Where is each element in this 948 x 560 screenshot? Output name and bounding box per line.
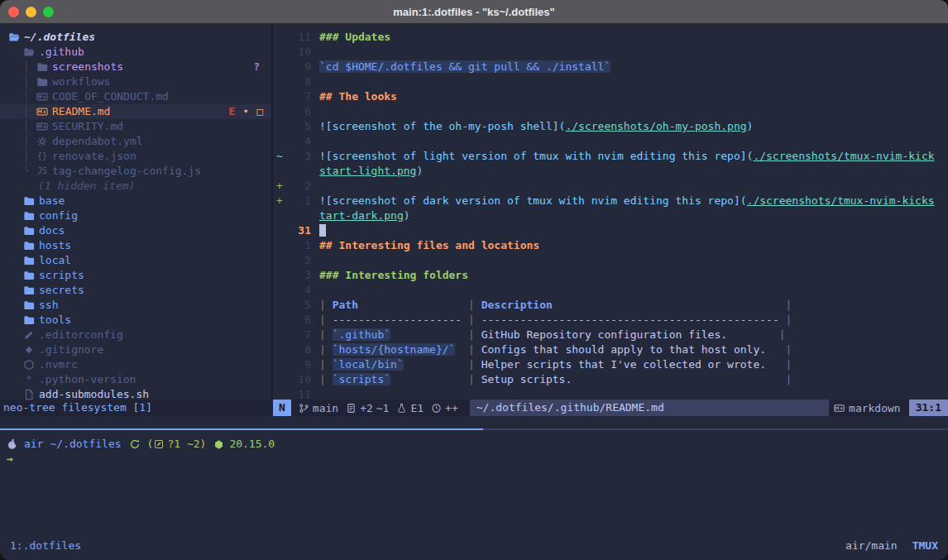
editor-line[interactable]: 6 <box>273 104 948 119</box>
gitsign-added: + <box>273 194 288 208</box>
editor-line[interactable]: 31 <box>273 223 948 238</box>
gear-icon <box>36 136 48 147</box>
tree-item-label: dependabot.yml <box>52 134 143 149</box>
tree-item-label: renovate.json <box>52 149 136 164</box>
editor-line[interactable]: 11### Updates <box>273 30 948 45</box>
editor-line[interactable]: 9| `local/bin` | Helper scripts that I'v… <box>273 357 948 372</box>
editor-line[interactable]: +2 <box>273 179 948 194</box>
tree-item-label: tools <box>39 313 71 328</box>
editor-buffer[interactable]: 11### Updates 10 9`cd $HOME/.dotfiles &&… <box>273 24 948 400</box>
editor-line[interactable]: 9`cd $HOME/.dotfiles && git pull && ./in… <box>273 60 948 74</box>
gitsign-column <box>273 74 288 89</box>
line-number: 4 <box>288 283 311 298</box>
editor-line[interactable]: 1## Interesting files and locations <box>273 238 948 253</box>
line-number: 1 <box>288 194 311 208</box>
folder-icon <box>23 285 35 296</box>
editor-line[interactable]: 8 <box>273 74 948 89</box>
tree-item-secrets[interactable]: secrets <box>0 283 271 298</box>
tree-item--.dotfiles[interactable]: ~/.dotfiles <box>0 30 271 45</box>
tree-item-local[interactable]: local <box>0 253 271 268</box>
tree-item--1-hidden-item-[interactable]: (1 hidden item) <box>0 179 271 194</box>
line-text <box>319 223 326 238</box>
tree-item-label: scripts <box>39 268 84 283</box>
tree-item-tag-changelog-config.js[interactable]: └JStag-changelog-config.js <box>0 164 271 179</box>
folder-icon <box>23 225 35 237</box>
tree-item-screenshots[interactable]: │screenshots? <box>0 60 271 74</box>
editor-line[interactable]: 7| `.github` | GitHub Repository configu… <box>273 328 948 342</box>
tree-item-.editorconfig[interactable]: .editorconfig <box>0 328 271 342</box>
cursor-position: 31:1 <box>909 400 948 416</box>
gitsign-column <box>273 60 288 74</box>
folder-icon <box>36 61 48 73</box>
gitsign-column <box>273 342 288 357</box>
tree-item-label: CODE_OF_CONDUCT.md <box>52 89 169 104</box>
editor-line[interactable]: 7## The looks <box>273 89 948 104</box>
tree-item-scripts[interactable]: scripts <box>0 268 271 283</box>
tree-item-label: .gitignore <box>39 342 103 357</box>
gitsign-column <box>273 387 288 400</box>
prompt-line: air ~/.dotfiles ( ?1 ~2 ) 20.15.0 <box>7 437 948 452</box>
tree-item-readme.md[interactable]: │README.mdE•□ <box>0 104 271 119</box>
editor-line[interactable]: start-light.png) <box>273 164 948 179</box>
tree-item-.nvmrc[interactable]: .nvmrc <box>0 357 271 372</box>
editor-line[interactable]: 8| `hosts/{hostname}/` | Configs that sh… <box>273 342 948 357</box>
editor-line[interactable]: tart-dark.png) <box>273 208 948 223</box>
tree-item-hosts[interactable]: hosts <box>0 238 271 253</box>
line-text: ![screenshot of the oh-my-posh shell](./… <box>319 119 753 134</box>
editor-line[interactable]: 10| `scripts` | Setup scripts. | <box>273 372 948 387</box>
tree-item-workflows[interactable]: │workflows <box>0 74 271 89</box>
line-number: 1 <box>288 238 311 253</box>
git-status-segment: ( ?1 ~2 ) <box>147 437 207 452</box>
tree-item-.github[interactable]: .github <box>0 45 271 60</box>
gitsign-column <box>273 134 288 149</box>
editor-line[interactable]: ~3![screenshot of light version of tmux … <box>273 149 948 164</box>
tree-item-base[interactable]: base <box>0 194 271 208</box>
tree-item-ssh[interactable]: ssh <box>0 298 271 313</box>
shell-pane[interactable]: air ~/.dotfiles ( ?1 ~2 ) 20.15.0 → <box>0 430 948 467</box>
git-untracked-badge: ? <box>253 60 271 74</box>
traffic-lights <box>8 0 54 23</box>
tree-item-add-submodules.sh[interactable]: add-submodules.sh <box>0 387 271 402</box>
close-button[interactable] <box>8 7 19 17</box>
tree-item-security.md[interactable]: │SECURITY.md <box>0 119 271 134</box>
line-number: 10 <box>288 45 311 60</box>
line-text: | `.github` | GitHub Repository configur… <box>319 328 786 342</box>
indent-guide: └ <box>23 164 36 179</box>
gitsign-column <box>273 298 288 313</box>
tree-item-code-of-conduct.md[interactable]: │CODE_OF_CONDUCT.md <box>0 89 271 104</box>
editor-line[interactable]: 5| Path | Description | <box>273 298 948 313</box>
tree-item-renovate.json[interactable]: │{}renovate.json <box>0 149 271 164</box>
tree-item-label: README.md <box>52 104 110 119</box>
tmux-pane-border[interactable] <box>0 428 948 430</box>
tree-item-.python-version[interactable]: *.python-version <box>0 372 271 387</box>
folder-open-icon <box>8 31 20 43</box>
editor-line[interactable]: 4 <box>273 283 948 298</box>
editor-line[interactable]: 6| -------------------- | --------------… <box>273 313 948 328</box>
tree-item-dependabot.yml[interactable]: │dependabot.yml <box>0 134 271 149</box>
prompt-host: air <box>24 437 43 452</box>
md-icon <box>36 91 48 103</box>
editor-line[interactable]: 3### Interesting folders <box>273 268 948 283</box>
editor-line[interactable]: 11 <box>273 387 948 400</box>
tmux-badge: TMUX <box>912 539 938 552</box>
tree-item-.gitignore[interactable]: .gitignore <box>0 342 271 357</box>
editor-line[interactable]: 4 <box>273 134 948 149</box>
tmux-window-tab[interactable]: 1:.dotfiles <box>10 539 81 552</box>
editor-line[interactable]: 10 <box>273 45 948 60</box>
neo-tree-sidebar[interactable]: ~/.dotfiles.github│screenshots?│workflow… <box>0 24 273 400</box>
tree-item-tools[interactable]: tools <box>0 313 271 328</box>
editor-line[interactable]: 2 <box>273 253 948 268</box>
file-diff-icon <box>346 403 357 414</box>
modified-mark: • <box>242 104 249 119</box>
zoom-button[interactable] <box>43 7 54 17</box>
error-mark: E <box>229 104 236 119</box>
editor-line[interactable]: 5![screenshot of the oh-my-posh shell](.… <box>273 119 948 134</box>
minimize-button[interactable] <box>26 7 36 17</box>
tree-item-config[interactable]: config <box>0 208 271 223</box>
folder-icon <box>23 314 35 326</box>
tree-item-label: screenshots <box>52 60 123 74</box>
editor-line[interactable]: +1![screenshot of dark version of tmux w… <box>273 194 948 208</box>
tree-item-label: secrets <box>39 283 84 298</box>
prompt-input-line[interactable]: → <box>7 452 948 467</box>
tree-item-docs[interactable]: docs <box>0 223 271 238</box>
